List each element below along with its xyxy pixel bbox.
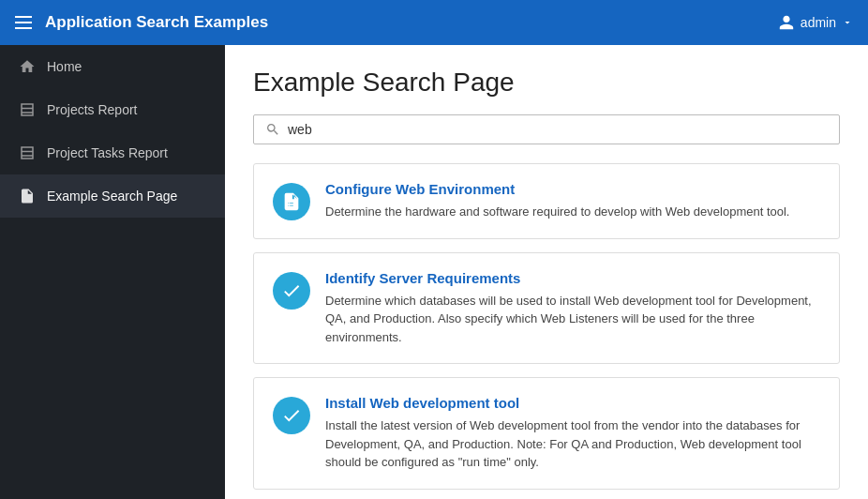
user-menu[interactable]: admin xyxy=(778,14,853,31)
result-desc-2: Determine which databases will be used t… xyxy=(325,292,820,347)
search-bar xyxy=(253,114,840,144)
main-layout: Home Projects Report Project Tasks Repor… xyxy=(0,45,868,499)
result-desc-3: Install the latest version of Web develo… xyxy=(325,416,820,472)
home-icon xyxy=(19,58,36,75)
main-content: Example Search Page Configure Web Enviro… xyxy=(225,45,868,499)
result-card-2: Identify Server Requirements Determine w… xyxy=(253,252,840,365)
page-title: Example Search Page xyxy=(253,68,840,98)
app-title: Application Search Examples xyxy=(45,13,778,32)
sidebar: Home Projects Report Project Tasks Repor… xyxy=(0,45,225,499)
menu-toggle-button[interactable] xyxy=(15,16,32,29)
result-icon-2 xyxy=(273,272,310,310)
result-desc-1: Determine the hardware and software requ… xyxy=(325,203,790,221)
sidebar-label-example-search: Example Search Page xyxy=(47,189,177,204)
checklist-icon-1 xyxy=(281,280,302,301)
user-icon xyxy=(778,14,795,31)
search-icon xyxy=(265,122,280,137)
table-icon-1 xyxy=(19,101,36,118)
sidebar-label-project-tasks: Project Tasks Report xyxy=(47,145,168,160)
sidebar-label-projects-report: Projects Report xyxy=(47,102,137,117)
table-icon-2 xyxy=(19,144,36,161)
sidebar-item-example-search-page[interactable]: Example Search Page xyxy=(0,174,225,218)
user-label: admin xyxy=(801,15,836,30)
sidebar-item-home[interactable]: Home xyxy=(0,45,225,88)
result-card-1: Configure Web Environment Determine the … xyxy=(253,163,840,239)
checklist-icon-2 xyxy=(281,405,302,426)
document-icon xyxy=(19,188,36,204)
result-content-2: Identify Server Requirements Determine w… xyxy=(325,270,820,347)
result-card-3: Install Web development tool Install the… xyxy=(253,377,840,490)
result-title-2[interactable]: Identify Server Requirements xyxy=(325,270,820,286)
sidebar-label-home: Home xyxy=(47,59,82,74)
result-icon-1 xyxy=(273,183,310,220)
result-content-1: Configure Web Environment Determine the … xyxy=(325,181,790,221)
document-list-icon xyxy=(281,191,302,212)
result-icon-3 xyxy=(273,397,310,434)
search-input[interactable] xyxy=(288,122,828,137)
sidebar-item-projects-report[interactable]: Projects Report xyxy=(0,88,225,131)
app-header: Application Search Examples admin xyxy=(0,0,868,45)
result-title-3[interactable]: Install Web development tool xyxy=(325,395,820,411)
sidebar-item-project-tasks-report[interactable]: Project Tasks Report xyxy=(0,131,225,174)
chevron-down-icon xyxy=(842,17,853,28)
result-content-3: Install Web development tool Install the… xyxy=(325,395,820,472)
result-title-1[interactable]: Configure Web Environment xyxy=(325,181,790,197)
